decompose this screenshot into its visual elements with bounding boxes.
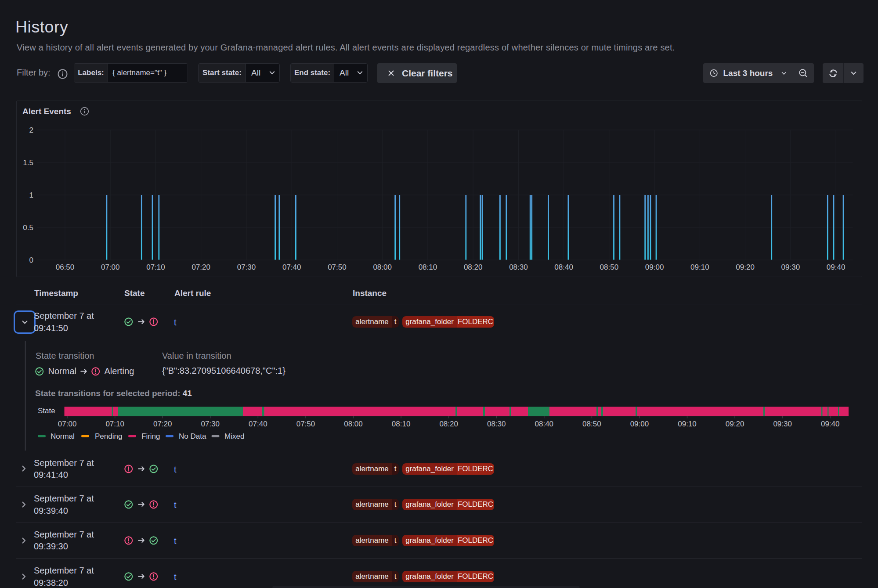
svg-text:09:40: 09:40 — [821, 420, 840, 428]
svg-text:08:20: 08:20 — [439, 420, 458, 428]
svg-text:09:30: 09:30 — [773, 420, 792, 428]
svg-text:08:30: 08:30 — [487, 420, 506, 428]
svg-text:07:30: 07:30 — [201, 420, 220, 428]
svg-text:09:20: 09:20 — [726, 420, 744, 428]
svg-text:07:50: 07:50 — [296, 420, 315, 428]
svg-text:07:20: 07:20 — [153, 420, 172, 428]
svg-text:07:40: 07:40 — [249, 420, 267, 428]
svg-text:07:10: 07:10 — [105, 420, 124, 428]
svg-text:09:10: 09:10 — [678, 420, 697, 428]
svg-text:08:40: 08:40 — [535, 420, 554, 428]
svg-text:08:10: 08:10 — [392, 420, 411, 428]
svg-text:08:00: 08:00 — [344, 420, 363, 428]
svg-text:08:50: 08:50 — [582, 420, 601, 428]
svg-text:09:00: 09:00 — [630, 420, 649, 428]
svg-text:07:00: 07:00 — [58, 420, 77, 428]
